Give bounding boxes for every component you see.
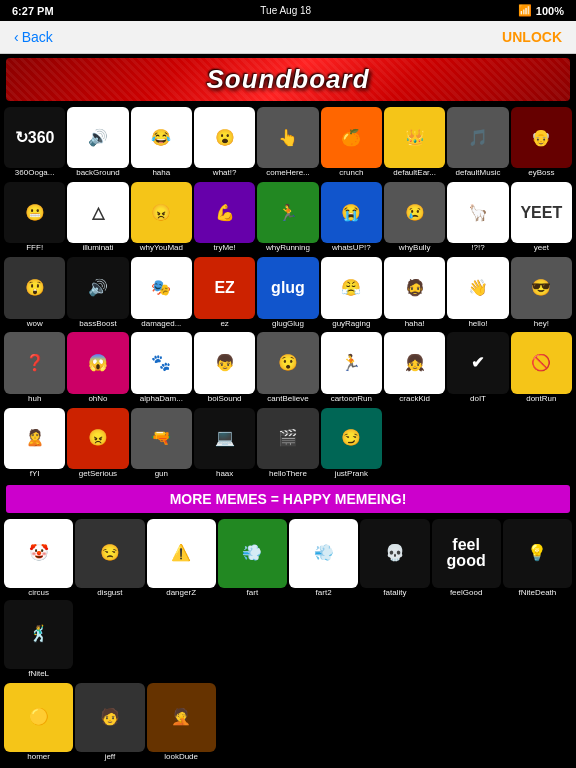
sound-icon: 🧑	[98, 707, 122, 727]
sound-item[interactable]: △illuminati	[67, 182, 128, 253]
sound-icon: 👋	[466, 278, 490, 298]
sound-label: circus	[4, 589, 73, 598]
sound-label: boiSound	[194, 395, 255, 404]
sound-label: whyBully	[384, 244, 445, 253]
sound-item[interactable]: 🔊backGround	[67, 107, 128, 178]
sound-item[interactable]: 🤡circus	[4, 519, 73, 598]
sound-item[interactable]: 😠whyYouMad	[131, 182, 192, 253]
sound-item[interactable]: 😒disgust	[75, 519, 144, 598]
sound-item[interactable]: 🐾alphaDam...	[131, 332, 192, 403]
sound-item[interactable]: 😢whyBully	[384, 182, 445, 253]
sound-icon: 😮	[213, 128, 237, 148]
sound-item[interactable]: 💪tryMe!	[194, 182, 255, 253]
sound-item[interactable]: 😬FFF!	[4, 182, 65, 253]
sound-icon: ⚠️	[169, 543, 193, 563]
sound-label: crackKid	[384, 395, 445, 404]
sound-icon: 👧	[403, 353, 427, 373]
sound-item[interactable]: EZez	[194, 257, 255, 328]
sound-label: bassBoost	[67, 320, 128, 329]
sound-item[interactable]: 👧crackKid	[384, 332, 445, 403]
sound-icon: 😠	[86, 428, 110, 448]
sound-item[interactable]: 🕺fNiteL	[4, 600, 73, 679]
sound-item[interactable]: 💀fatality	[360, 519, 429, 598]
sound-label: 360Ooga...	[4, 169, 65, 178]
sound-item[interactable]: 😱ohNo	[67, 332, 128, 403]
sound-item[interactable]: 👦boiSound	[194, 332, 255, 403]
sound-item[interactable]: ✔doIT	[447, 332, 508, 403]
sound-item[interactable]: 👑defaultEar...	[384, 107, 445, 178]
sound-label: cartoonRun	[321, 395, 382, 404]
sound-grid-1: ↻360360Ooga...🔊backGround😂haha😮what!?👆co…	[0, 105, 576, 180]
back-button[interactable]: ‹ Back	[14, 29, 53, 45]
sound-icon: 🐾	[149, 353, 173, 373]
sound-label: !?!?	[447, 244, 508, 253]
sound-icon: 💻	[213, 428, 237, 448]
sound-item[interactable]: feel goodfeelGood	[432, 519, 501, 598]
sound-item[interactable]: 🎭damaged...	[131, 257, 192, 328]
sound-item[interactable]: 💡fNiteDeath	[503, 519, 572, 598]
sound-icon: 🙎	[23, 428, 47, 448]
sound-item[interactable]: 🏃cartoonRun	[321, 332, 382, 403]
sound-label: fYI	[4, 470, 65, 479]
sound-item[interactable]: YEETyeet	[511, 182, 572, 253]
sound-icon: 🍊	[339, 128, 363, 148]
sound-item[interactable]: 🟡homer	[4, 683, 73, 762]
sound-label: whatsUP!?	[321, 244, 382, 253]
sound-icon: 🤡	[27, 543, 51, 563]
sound-icon: 🔊	[86, 128, 110, 148]
sound-item[interactable]: 🧑jeff	[75, 683, 144, 762]
sound-item[interactable]: 🤦lookDude	[147, 683, 216, 762]
sound-label: tryMe!	[194, 244, 255, 253]
sound-item[interactable]: 🔊bassBoost	[67, 257, 128, 328]
sound-item[interactable]: 😠getSerious	[67, 408, 128, 479]
sound-item[interactable]: ⚠️dangerZ	[147, 519, 216, 598]
sound-label: yeet	[511, 244, 572, 253]
sound-label: haax	[194, 470, 255, 479]
sound-label: glugGlug	[257, 320, 318, 329]
sound-item[interactable]: 🎬helloThere	[257, 408, 318, 479]
sound-label: eyBoss	[511, 169, 572, 178]
sound-item[interactable]: 🙎fYI	[4, 408, 65, 479]
sound-icon: glug	[269, 278, 307, 298]
sound-item[interactable]: 🍊crunch	[321, 107, 382, 178]
sound-item[interactable]: 💨fart2	[289, 519, 358, 598]
sound-label: fNiteDeath	[503, 589, 572, 598]
sound-item[interactable]: 😎hey!	[511, 257, 572, 328]
sound-item[interactable]: 😤guyRaging	[321, 257, 382, 328]
sound-icon: 😤	[339, 278, 363, 298]
sound-item[interactable]: 👆comeHere...	[257, 107, 318, 178]
status-bar: 6:27 PM Tue Aug 18 📶 100%	[0, 0, 576, 21]
sound-item[interactable]: 👴eyBoss	[511, 107, 572, 178]
sound-item[interactable]: 👋hello!	[447, 257, 508, 328]
sound-icon: 😱	[86, 353, 110, 373]
sound-item[interactable]: 😲wow	[4, 257, 65, 328]
sound-item[interactable]: 🦙!?!?	[447, 182, 508, 253]
sound-item[interactable]: 😭whatsUP!?	[321, 182, 382, 253]
sound-item[interactable]: 😏justPrank	[321, 408, 382, 479]
sound-item[interactable]: ❓huh	[4, 332, 65, 403]
sound-item[interactable]: 🔫gun	[131, 408, 192, 479]
sound-label: defaultEar...	[384, 169, 445, 178]
sound-item[interactable]: 😂haha	[131, 107, 192, 178]
sound-icon: 😯	[276, 353, 300, 373]
sound-item[interactable]: 💨fart	[218, 519, 287, 598]
sound-item[interactable]: 🚫dontRun	[511, 332, 572, 403]
sound-icon: △	[90, 203, 106, 223]
sound-label: fart2	[289, 589, 358, 598]
sound-label: fart	[218, 589, 287, 598]
sound-item[interactable]: 😮what!?	[194, 107, 255, 178]
sound-label: doIT	[447, 395, 508, 404]
sound-label: haha!	[384, 320, 445, 329]
sound-item[interactable]: ↻360360Ooga...	[4, 107, 65, 178]
sound-label: backGround	[67, 169, 128, 178]
sound-item[interactable]: 🧔haha!	[384, 257, 445, 328]
sound-item[interactable]: 🎵defaultMusic	[447, 107, 508, 178]
sound-label: defaultMusic	[447, 169, 508, 178]
unlock-button[interactable]: UNLOCK	[502, 29, 562, 45]
sound-item[interactable]: 🏃whyRunning	[257, 182, 318, 253]
sound-icon: 😠	[149, 203, 173, 223]
sound-item[interactable]: 😯cantBelieve	[257, 332, 318, 403]
sound-item[interactable]: 💻haax	[194, 408, 255, 479]
sound-item[interactable]: glugglugGlug	[257, 257, 318, 328]
sound-icon: ✔	[469, 353, 486, 373]
